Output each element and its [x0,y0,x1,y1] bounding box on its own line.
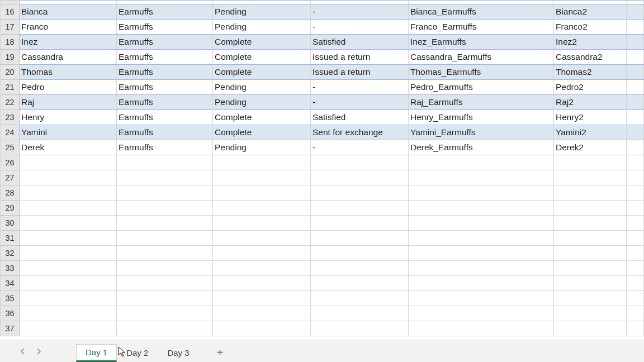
row-header[interactable]: 27 [1,170,20,185]
cell-key[interactable]: Henry_Earmuffs [409,110,554,125]
cell-short[interactable]: Yamini2 [554,125,627,140]
spreadsheet-grid[interactable]: 16BiancaEarmuffsPending-Bianca_EarmuffsB… [0,0,644,340]
cell[interactable] [627,155,644,170]
cell[interactable] [627,170,644,185]
cell[interactable] [117,321,213,336]
cell[interactable] [409,306,554,321]
add-sheet-button[interactable]: + [210,344,230,362]
cell-status[interactable]: Complete [213,110,311,125]
row-header[interactable]: 25 [1,140,20,155]
cell[interactable] [213,170,311,185]
cell-short[interactable]: Derek2 [554,140,627,155]
cell-key[interactable]: Bianca_Earmuffs [409,4,554,20]
cell[interactable] [213,276,311,291]
cell-status[interactable]: Pending [213,95,311,110]
cell[interactable] [627,185,644,201]
cell[interactable] [627,35,644,50]
cell[interactable] [554,1,627,4]
cell-product[interactable]: Earmuffs [117,20,213,35]
cell[interactable] [20,201,117,216]
cell[interactable] [409,170,554,185]
row-header[interactable]: 33 [1,261,20,276]
cell-name[interactable]: Inez [20,35,117,50]
cell[interactable] [627,276,644,291]
cell[interactable] [554,201,627,216]
cell[interactable] [627,80,644,95]
row-header[interactable]: 16 [1,4,20,20]
cell[interactable] [554,261,627,276]
cell[interactable] [117,231,213,246]
cell[interactable] [213,306,311,321]
cell[interactable] [20,291,117,306]
cell-short[interactable]: Pedro2 [554,80,627,95]
cell[interactable] [117,216,213,231]
cell[interactable] [117,246,213,261]
cell[interactable] [311,291,409,306]
cell-status[interactable]: Pending [213,20,311,35]
cell[interactable] [20,276,117,291]
cell-key[interactable]: Derek_Earmuffs [409,140,554,155]
cell[interactable] [409,231,554,246]
cell[interactable] [117,155,213,170]
cell-product[interactable]: Earmuffs [117,4,213,20]
cell-short[interactable]: Inez2 [554,35,627,50]
cell-disposition[interactable]: Sent for exchange [311,125,409,140]
row-header[interactable]: 32 [1,246,20,261]
cell-status[interactable]: Complete [213,50,311,65]
cell-key[interactable]: Raj_Earmuffs [409,95,554,110]
cell[interactable] [409,216,554,231]
cell[interactable] [20,155,117,170]
cell-short[interactable]: Franco2 [554,20,627,35]
cell[interactable] [213,201,311,216]
cell[interactable] [627,20,644,35]
cell-product[interactable]: Earmuffs [117,140,213,155]
cell-disposition[interactable]: Issued a return [311,65,409,80]
cell[interactable] [409,201,554,216]
cell[interactable] [311,185,409,201]
cell-disposition[interactable]: Satisfied [311,110,409,125]
cell[interactable] [409,1,554,4]
cell-product[interactable]: Earmuffs [117,95,213,110]
cell[interactable] [627,201,644,216]
row-header[interactable]: 20 [1,65,20,80]
cell[interactable] [20,170,117,185]
cell[interactable] [627,261,644,276]
cell[interactable] [554,306,627,321]
row-header[interactable] [1,1,20,4]
cell-status[interactable]: Pending [213,140,311,155]
cell-status[interactable]: Complete [213,125,311,140]
cell[interactable] [554,321,627,336]
cell[interactable] [554,246,627,261]
cell[interactable] [554,276,627,291]
cell-key[interactable]: Franco_Earmuffs [409,20,554,35]
cell-name[interactable]: Yamini [20,125,117,140]
cell[interactable] [311,201,409,216]
cell[interactable] [20,306,117,321]
row-header[interactable]: 18 [1,35,20,50]
cell[interactable] [213,261,311,276]
row-header[interactable]: 36 [1,306,20,321]
cell[interactable] [117,291,213,306]
cell[interactable] [627,65,644,80]
row-header[interactable]: 24 [1,125,20,140]
cell[interactable] [627,140,644,155]
cell[interactable] [20,185,117,201]
cell[interactable] [554,185,627,201]
row-header[interactable]: 29 [1,201,20,216]
cell-product[interactable]: Earmuffs [117,80,213,95]
cell-product[interactable]: Earmuffs [117,35,213,50]
cell-key[interactable]: Cassandra_Earmuffs [409,50,554,65]
row-header[interactable]: 31 [1,231,20,246]
cell[interactable] [117,1,213,4]
cell[interactable] [554,216,627,231]
cell-short[interactable]: Henry2 [554,110,627,125]
cell[interactable] [409,185,554,201]
cell-key[interactable]: Inez_Earmuffs [409,35,554,50]
cell[interactable] [554,231,627,246]
cell-name[interactable]: Thomas [20,65,117,80]
cell[interactable] [311,306,409,321]
cell[interactable] [213,321,311,336]
cell-disposition[interactable]: - [311,95,409,110]
cell[interactable] [627,306,644,321]
cell[interactable] [311,155,409,170]
